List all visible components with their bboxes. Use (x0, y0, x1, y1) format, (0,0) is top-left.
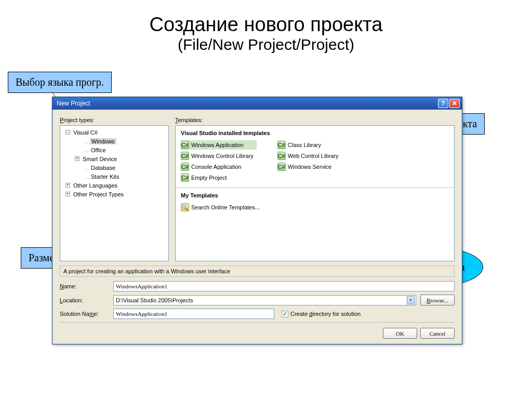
template-class-library[interactable]: C#Class Library (277, 140, 342, 150)
project-types-label: Project types: (60, 117, 169, 123)
help-button[interactable]: ? (438, 99, 448, 108)
template-windows-service[interactable]: C#Windows Service (277, 162, 342, 171)
project-name-input[interactable] (113, 281, 455, 291)
solution-name-label: Solution Name: (60, 311, 109, 317)
solution-name-input[interactable] (113, 309, 274, 319)
template-windows-application[interactable]: C#Windows Application (181, 140, 257, 150)
csharp-icon: C# (277, 163, 286, 171)
cancel-button[interactable]: Cancel (420, 328, 455, 339)
title-line2: (File/New Project/Project) (0, 36, 532, 54)
templates-label: Templates: (175, 117, 455, 123)
tree-node-starter-kits[interactable]: …Starter Kits (61, 172, 167, 181)
templates-pane[interactable]: Visual Studio installed templates C#Wind… (175, 125, 455, 261)
csharp-icon: C# (181, 174, 189, 182)
templates-header-installed: Visual Studio installed templates (176, 126, 454, 138)
template-console-application[interactable]: C#Console Application (181, 162, 257, 171)
slide-title: Создание нового проекта (File/New Projec… (0, 14, 532, 54)
chevron-down-icon[interactable]: ▼ (407, 296, 415, 304)
new-project-dialog: New Project ? ✕ Project types: − Visual … (52, 97, 462, 344)
dialog-title: New Project (57, 100, 90, 107)
csharp-icon: C# (181, 152, 189, 160)
location-dropdown[interactable]: D:\Visual Studio 2005\Projects ▼ (113, 295, 416, 305)
csharp-icon: C# (277, 141, 286, 149)
expand-icon[interactable]: + (65, 192, 70, 196)
tree-node-visual-csharp[interactable]: − Visual C# (61, 128, 167, 137)
template-windows-control-library[interactable]: C#Windows Control Library (181, 151, 257, 161)
tree-node-other-project-types[interactable]: +Other Project Types (61, 190, 167, 198)
project-types-tree[interactable]: − Visual C# …Windows …Office +Smart Devi… (60, 125, 169, 261)
template-web-control-library[interactable]: C#Web Control Library (277, 151, 342, 161)
csharp-icon: C# (277, 152, 286, 160)
checkbox-icon: ✓ (282, 311, 288, 317)
expand-icon[interactable]: + (75, 156, 79, 161)
create-directory-checkbox[interactable]: ✓ Create directory for solution (282, 311, 361, 317)
expand-icon[interactable]: + (65, 183, 70, 188)
location-label: Location: (60, 297, 109, 303)
csharp-icon: C# (181, 141, 189, 149)
template-description: A project for creating an application wi… (60, 265, 455, 277)
name-label: Name: (60, 283, 109, 289)
template-empty-project[interactable]: C#Empty Project (181, 173, 257, 182)
search-icon: 🔍 (181, 203, 189, 211)
csharp-icon: C# (181, 163, 189, 171)
collapse-icon[interactable]: − (65, 130, 70, 135)
callout-language: Выбор языка прогр. (8, 72, 112, 93)
ok-button[interactable]: OK (383, 328, 417, 339)
browse-button[interactable]: Browse... (420, 295, 455, 305)
dialog-titlebar[interactable]: New Project ? ✕ (52, 97, 462, 110)
tree-node-database[interactable]: …Database (61, 163, 167, 172)
tree-node-smart-device[interactable]: +Smart Device (61, 154, 167, 163)
templates-header-my: My Templates (176, 188, 454, 201)
close-button[interactable]: ✕ (449, 99, 460, 108)
title-line1: Создание нового проекта (0, 14, 532, 36)
template-search-online[interactable]: 🔍Search Online Templates... (181, 203, 263, 212)
tree-node-windows[interactable]: …Windows (61, 137, 167, 145)
tree-node-office[interactable]: …Office (61, 145, 167, 154)
tree-node-other-languages[interactable]: +Other Languages (61, 181, 167, 190)
